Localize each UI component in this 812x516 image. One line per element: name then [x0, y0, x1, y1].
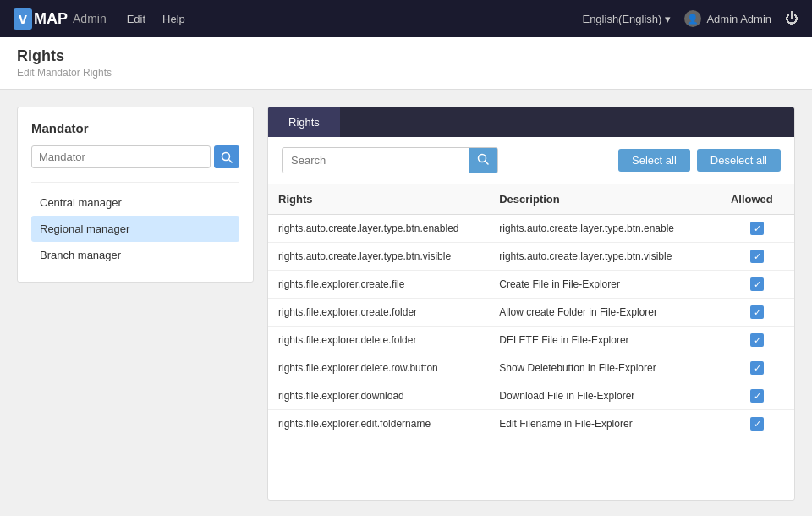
checkbox-checked-icon[interactable]: ✓: [750, 417, 764, 431]
cell-right: rights.file.explorer.create.file: [268, 271, 489, 299]
checkbox-checked-icon[interactable]: ✓: [750, 277, 764, 291]
col-header-allowed: Allowed: [721, 184, 794, 215]
cell-description: Create File in File-Explorer: [489, 271, 721, 299]
checkbox-checked-icon[interactable]: ✓: [750, 305, 764, 319]
cell-right: rights.file.explorer.edit.foldername: [268, 410, 489, 438]
page-title: Rights: [17, 47, 795, 65]
cell-description: rights.auto.create.layer.type.btn.visibl…: [489, 243, 721, 271]
user-name: Admin Admin: [706, 13, 771, 25]
checkbox-checked-icon[interactable]: ✓: [750, 333, 764, 347]
table-row: rights.file.explorer.create.folderAllow …: [268, 299, 794, 327]
rights-table: Rights Description Allowed rights.auto.c…: [268, 184, 794, 437]
cell-right: rights.file.explorer.download: [268, 382, 489, 410]
cell-right: rights.file.explorer.delete.row.button: [268, 354, 489, 382]
cell-allowed[interactable]: ✓: [721, 243, 794, 271]
menu-help[interactable]: Help: [162, 13, 185, 25]
cell-right: rights.file.explorer.delete.folder: [268, 327, 489, 354]
menu-edit[interactable]: Edit: [127, 13, 145, 25]
cell-description: rights.auto.create.layer.type.btn.enable: [489, 215, 721, 243]
checkbox-checked-icon[interactable]: ✓: [750, 250, 764, 263]
rights-search-button[interactable]: [469, 148, 497, 173]
table-row: rights.file.explorer.create.fileCreate F…: [268, 271, 794, 299]
cell-allowed[interactable]: ✓: [721, 271, 794, 299]
sidebar-divider: [31, 182, 239, 183]
cell-allowed[interactable]: ✓: [721, 410, 794, 438]
user-avatar-icon: 👤: [684, 10, 701, 27]
sidebar-item-branch-manager[interactable]: Branch manager: [31, 242, 239, 268]
search-icon: [221, 151, 233, 163]
language-label: English(English): [582, 13, 661, 25]
sidebar: Mandator Central manager Regional manage…: [17, 107, 254, 283]
cell-allowed[interactable]: ✓: [721, 382, 794, 410]
panel-tabs: Rights: [268, 107, 794, 137]
power-button[interactable]: ⏻: [785, 11, 798, 26]
cell-allowed[interactable]: ✓: [721, 299, 794, 327]
cell-description: DELETE File in File-Explorer: [489, 327, 721, 354]
navbar: v MAP Admin Edit Help English(English) ▾…: [0, 0, 812, 37]
chevron-down-icon: ▾: [665, 13, 671, 25]
brand-admin: Admin: [73, 12, 107, 25]
cell-allowed[interactable]: ✓: [721, 327, 794, 354]
table-row: rights.auto.create.layer.type.btn.enable…: [268, 215, 794, 243]
checkbox-checked-icon[interactable]: ✓: [750, 222, 764, 235]
user-info: 👤 Admin Admin: [684, 10, 771, 27]
sidebar-search: [31, 145, 239, 168]
select-all-button[interactable]: Select all: [618, 149, 690, 172]
checkbox-checked-icon[interactable]: ✓: [750, 389, 764, 403]
cell-right: rights.auto.create.layer.type.btn.enable…: [268, 215, 489, 243]
table-row: rights.auto.create.layer.type.btn.visibl…: [268, 243, 794, 271]
brand-map: MAP: [34, 10, 68, 28]
search-icon: [477, 153, 489, 165]
sidebar-search-button[interactable]: [214, 145, 239, 168]
brand: v MAP Admin: [14, 8, 107, 30]
main-content: Mandator Central manager Regional manage…: [0, 90, 812, 516]
sidebar-item-central-manager[interactable]: Central manager: [31, 189, 239, 216]
svg-line-3: [486, 162, 489, 165]
table-header: Rights Description Allowed: [268, 184, 794, 215]
rights-search-box: [282, 147, 498, 173]
sidebar-title: Mandator: [31, 121, 239, 135]
cell-right: rights.file.explorer.create.folder: [268, 299, 489, 327]
cell-right: rights.auto.create.layer.type.btn.visibl…: [268, 243, 489, 271]
table-row: rights.file.explorer.downloadDownload Fi…: [268, 382, 794, 410]
rights-search-input[interactable]: [283, 150, 469, 171]
cell-allowed[interactable]: ✓: [721, 354, 794, 382]
sidebar-search-input[interactable]: [31, 145, 211, 168]
cell-description: Download File in File-Explorer: [489, 382, 721, 410]
rights-table-container[interactable]: Rights Description Allowed rights.auto.c…: [268, 184, 794, 437]
breadcrumb: Edit Mandator Rights: [17, 67, 795, 79]
brand-v: v: [14, 8, 32, 30]
table-row: rights.file.explorer.delete.row.buttonSh…: [268, 354, 794, 382]
navbar-menu: Edit Help: [127, 13, 583, 25]
checkbox-checked-icon[interactable]: ✓: [750, 361, 764, 375]
toolbar-buttons: Select all Deselect all: [618, 149, 781, 172]
cell-description: Edit Filename in File-Explorer: [489, 410, 721, 438]
rights-panel: Rights Select all Deselect all: [267, 107, 795, 501]
deselect-all-button[interactable]: Deselect all: [697, 149, 781, 172]
language-selector[interactable]: English(English) ▾: [582, 13, 671, 25]
panel-toolbar: Select all Deselect all: [268, 137, 794, 184]
cell-description: Show Deletebutton in File-Explorer: [489, 354, 721, 382]
col-header-description: Description: [489, 184, 721, 215]
table-row: rights.file.explorer.delete.folderDELETE…: [268, 327, 794, 354]
table-row: rights.file.explorer.edit.foldernameEdit…: [268, 410, 794, 438]
table-body: rights.auto.create.layer.type.btn.enable…: [268, 215, 794, 438]
page-header: Rights Edit Mandator Rights: [0, 37, 812, 90]
cell-description: Allow create Folder in File-Explorer: [489, 299, 721, 327]
cell-allowed[interactable]: ✓: [721, 215, 794, 243]
tab-rights[interactable]: Rights: [268, 107, 340, 137]
col-header-rights: Rights: [268, 184, 489, 215]
navbar-right: English(English) ▾ 👤 Admin Admin ⏻: [582, 10, 798, 27]
svg-line-1: [229, 159, 233, 162]
sidebar-item-regional-manager[interactable]: Regional manager: [31, 216, 239, 242]
